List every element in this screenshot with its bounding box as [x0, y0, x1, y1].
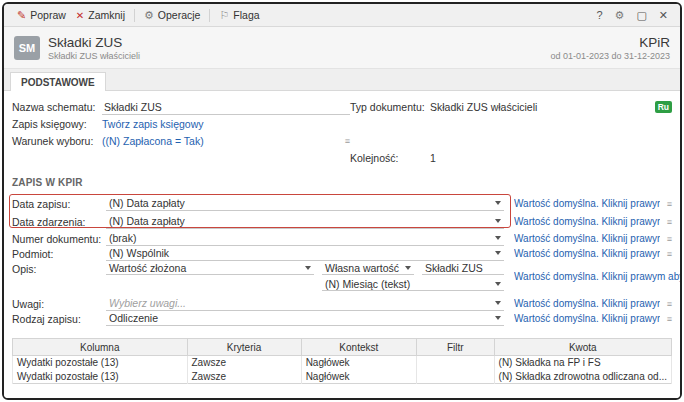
spacer-row	[350, 133, 672, 149]
chevron-down-icon	[495, 316, 501, 320]
data-zdarzenia-default-link[interactable]: Wartość domyślna. Kliknij prawym aby zmi…	[514, 216, 660, 227]
data-zapisu-value: (N) Data zapłaty	[109, 197, 185, 209]
podmiot-label: Podmiot:	[12, 248, 106, 260]
cell-filtr	[417, 356, 495, 370]
column-header-filtr[interactable]: Filtr	[417, 339, 495, 356]
column-header-kontekst[interactable]: Kontekst	[301, 339, 416, 356]
row-menu-icon[interactable]: ≡	[660, 299, 672, 309]
column-header-kryteria[interactable]: Kryteria	[187, 339, 301, 356]
nazwa-schematu-label: Nazwa schematu:	[12, 101, 102, 113]
chevron-down-icon	[495, 251, 501, 255]
numer-dokumentu-select[interactable]: (brak)	[106, 232, 504, 246]
row-menu-icon[interactable]: ≡	[660, 314, 672, 324]
nazwa-schematu-value: Składki ZUS	[104, 101, 162, 113]
help-button[interactable]: ?	[596, 9, 602, 21]
opis-line-1: Wartość złożona Własna wartość Składki Z…	[106, 261, 504, 276]
cell-kolumna: Wydatki pozostałe (13)	[13, 370, 188, 384]
flaga-button[interactable]: ⚐ Flaga	[214, 7, 264, 24]
popraw-label: Popraw	[30, 9, 66, 21]
opis-month-select[interactable]: (N) Miesiąc (tekst)	[322, 277, 504, 291]
zamknij-button[interactable]: ✕ Zamknij	[71, 7, 130, 23]
table-row[interactable]: Wydatki pozostałe (13) Zawsze Nagłówek (…	[13, 356, 672, 370]
data-zdarzenia-label: Data zdarzenia:	[12, 216, 106, 228]
row-menu-icon[interactable]: ≡	[660, 234, 672, 244]
general-right-column: Typ dokumentu: Składki ZUS właścicieli R…	[350, 99, 672, 167]
flag-icon: ⚐	[219, 9, 229, 22]
podmiot-value: (N) Wspólnik	[109, 247, 169, 259]
toolbar-separator	[134, 9, 135, 22]
rodzaj-default-link[interactable]: Wartość domyślna. Kliknij prawym aby zmi…	[514, 313, 660, 324]
data-zdarzenia-row: Data zdarzenia: (N) Data zapłaty Wartość…	[12, 214, 672, 229]
row-menu-icon[interactable]: ≡	[660, 217, 672, 227]
opis-text-input[interactable]: Składki ZUS	[422, 261, 504, 275]
uwagi-label: Uwagi:	[12, 298, 106, 310]
zapis-ksiegowy-value[interactable]: Twórz zapis księgowy	[102, 118, 204, 130]
numer-dokumentu-value: (brak)	[109, 232, 136, 244]
data-zapisu-row: Data zapisu: (N) Data zapłaty Wartość do…	[12, 196, 672, 211]
chevron-down-icon	[305, 266, 311, 270]
table-row[interactable]: Wydatki pozostałe (13) Zawsze Nagłówek (…	[13, 370, 672, 384]
close-document-icon: ✕	[76, 10, 84, 21]
cell-kryteria: Zawsze	[187, 370, 301, 384]
cell-kwota: (N) Składka na FP i FS	[494, 356, 671, 370]
zapis-ksiegowy-row: Zapis księgowy: Twórz zapis księgowy	[12, 116, 350, 132]
nazwa-schematu-input[interactable]: Składki ZUS	[102, 100, 350, 115]
kolejnosc-row: Kolejność: 1	[350, 150, 672, 166]
header-right: KPiR od 01-01-2023 do 31-12-2023	[550, 35, 670, 61]
zamknij-label: Zamknij	[88, 9, 125, 21]
opis-mode-select[interactable]: Własna wartość	[322, 261, 414, 275]
rodzaj-zapisu-select[interactable]: Odliczenie	[106, 312, 504, 326]
settings-icon[interactable]: ⚙	[615, 9, 625, 22]
columns-table: Kolumna Kryteria Kontekst Filtr Kwota Wy…	[12, 338, 672, 384]
operacje-button[interactable]: ⚙ Operacje	[139, 7, 205, 24]
podmiot-default-link[interactable]: Wartość domyślna. Kliknij prawym aby zmi…	[514, 248, 660, 259]
window-controls: ? ⚙ ▢ ✕	[596, 9, 672, 22]
warunek-menu-icon[interactable]: ≡	[338, 136, 350, 146]
uwagi-select[interactable]: Wybierz uwagi...	[106, 297, 504, 311]
section-title-zapis-w-kpir: ZAPIS W KPIR	[12, 177, 672, 188]
popraw-button[interactable]: ✎ Popraw	[12, 7, 71, 24]
warunek-wyboru-row: Warunek wyboru: ((N) Zapłacona = Tak) ≡	[12, 133, 350, 149]
row-menu-icon[interactable]: ≡	[660, 249, 672, 259]
data-zdarzenia-select[interactable]: (N) Data zapłaty	[106, 215, 504, 229]
numer-dokumentu-label: Numer dokumentu:	[12, 233, 106, 245]
zapis-ksiegowy-label: Zapis księgowy:	[12, 118, 102, 130]
opis-month-value: (N) Miesiąc (tekst)	[325, 278, 410, 290]
chevron-down-icon	[495, 201, 501, 205]
opis-type-select[interactable]: Wartość złożona	[106, 261, 314, 275]
column-header-kolumna[interactable]: Kolumna	[13, 339, 188, 356]
numer-default-link[interactable]: Wartość domyślna. Kliknij prawym aby zmi…	[514, 233, 660, 244]
row-menu-icon[interactable]: ≡	[660, 199, 672, 209]
opis-side: Wartość domyślna. Kliknij prawym aby zmi…	[514, 261, 680, 292]
column-header-kwota[interactable]: Kwota	[494, 339, 671, 356]
uwagi-default-link[interactable]: Wartość domyślna. Kliknij prawym aby zmi…	[514, 298, 660, 309]
pencil-icon: ✎	[17, 9, 26, 22]
period-label: od 01-01-2023 do 31-12-2023	[550, 51, 670, 61]
podmiot-row: Podmiot: (N) Wspólnik Wartość domyślna. …	[12, 246, 672, 261]
opis-fields: Wartość złożona Własna wartość Składki Z…	[106, 261, 504, 292]
uwagi-row: Uwagi: Wybierz uwagi... Wartość domyślna…	[12, 296, 672, 311]
typ-dokumentu-value[interactable]: Składki ZUS właścicieli	[430, 101, 537, 113]
opis-default-link[interactable]: Wartość domyślna. Kliknij prawym aby zmi…	[514, 271, 680, 282]
numer-dokumentu-row: Numer dokumentu: (brak) Wartość domyślna…	[12, 231, 672, 246]
data-zapisu-default-link[interactable]: Wartość domyślna. Kliknij prawym aby zmi…	[514, 198, 660, 209]
nazwa-schematu-row: Nazwa schematu: Składki ZUS	[12, 99, 350, 115]
cell-kontekst: Nagłówek	[301, 356, 416, 370]
rodzaj-zapisu-row: Rodzaj zapisu: Odliczenie Wartość domyśl…	[12, 311, 672, 326]
close-window-button[interactable]: ✕	[659, 9, 668, 22]
opis-row: Opis: Wartość złożona Własna wartość Skł…	[12, 261, 672, 292]
record-header: SM Składki ZUS Składki ZUS właścicieli K…	[4, 27, 680, 69]
opis-mode-value: Własna wartość	[325, 262, 399, 274]
tab-podstawowe[interactable]: PODSTAWOWE	[10, 72, 106, 91]
app-window: ✎ Popraw ✕ Zamknij ⚙ Operacje ⚐ Flaga ? …	[2, 2, 682, 400]
warunek-wyboru-value[interactable]: ((N) Zapłacona = Tak)	[102, 135, 338, 147]
chevron-down-icon	[495, 219, 501, 223]
maximize-button[interactable]: ▢	[636, 9, 646, 22]
opis-type-value: Wartość złożona	[109, 262, 186, 274]
podmiot-select[interactable]: (N) Wspólnik	[106, 247, 504, 261]
data-zapisu-select[interactable]: (N) Data zapłaty	[106, 197, 504, 211]
uwagi-placeholder: Wybierz uwagi...	[109, 297, 186, 309]
rodzaj-zapisu-label: Rodzaj zapisu:	[12, 313, 106, 325]
kolejnosc-value[interactable]: 1	[430, 152, 436, 164]
table-header-row: Kolumna Kryteria Kontekst Filtr Kwota	[13, 339, 672, 356]
